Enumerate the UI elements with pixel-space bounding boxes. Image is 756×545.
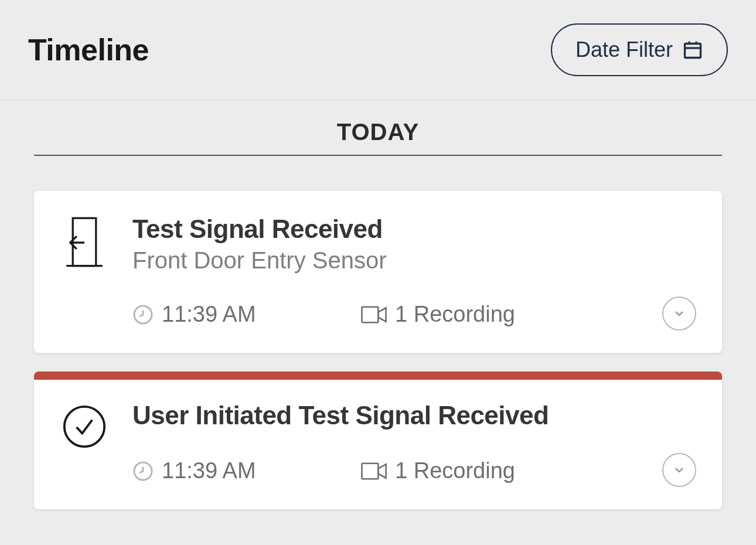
calendar-icon bbox=[682, 39, 703, 60]
section-heading-today: TODAY bbox=[34, 119, 722, 156]
svg-marker-9 bbox=[378, 308, 386, 321]
event-time: 11:39 AM bbox=[162, 302, 256, 327]
clock-icon bbox=[132, 304, 154, 325]
event-title: User Initiated Test Signal Received bbox=[132, 401, 694, 430]
event-time: 11:39 AM bbox=[162, 458, 256, 483]
event-title: Test Signal Received bbox=[132, 214, 694, 244]
expand-button[interactable] bbox=[662, 297, 696, 331]
date-filter-label: Date Filter bbox=[575, 38, 673, 62]
expand-button[interactable] bbox=[662, 453, 696, 487]
clock-icon bbox=[132, 461, 154, 482]
check-circle-icon bbox=[62, 403, 107, 462]
svg-rect-8 bbox=[362, 306, 378, 322]
chevron-down-icon bbox=[672, 463, 686, 477]
chevron-down-icon bbox=[672, 306, 686, 321]
event-recordings: 1 Recording bbox=[395, 458, 515, 483]
event-subtitle: Front Door Entry Sensor bbox=[132, 247, 694, 274]
svg-point-10 bbox=[64, 407, 104, 447]
video-camera-icon bbox=[361, 462, 387, 481]
event-recordings: 1 Recording bbox=[395, 302, 515, 327]
svg-rect-0 bbox=[685, 44, 701, 58]
timeline-event-card[interactable]: Test Signal Received Front Door Entry Se… bbox=[34, 191, 722, 353]
timeline-event-card[interactable]: User Initiated Test Signal Received 11:3… bbox=[34, 372, 722, 509]
date-filter-button[interactable]: Date Filter bbox=[551, 23, 728, 76]
door-icon bbox=[62, 217, 107, 275]
svg-rect-12 bbox=[362, 463, 378, 478]
svg-marker-13 bbox=[378, 464, 386, 478]
video-camera-icon bbox=[361, 305, 387, 324]
page-title: Timeline bbox=[28, 32, 149, 67]
